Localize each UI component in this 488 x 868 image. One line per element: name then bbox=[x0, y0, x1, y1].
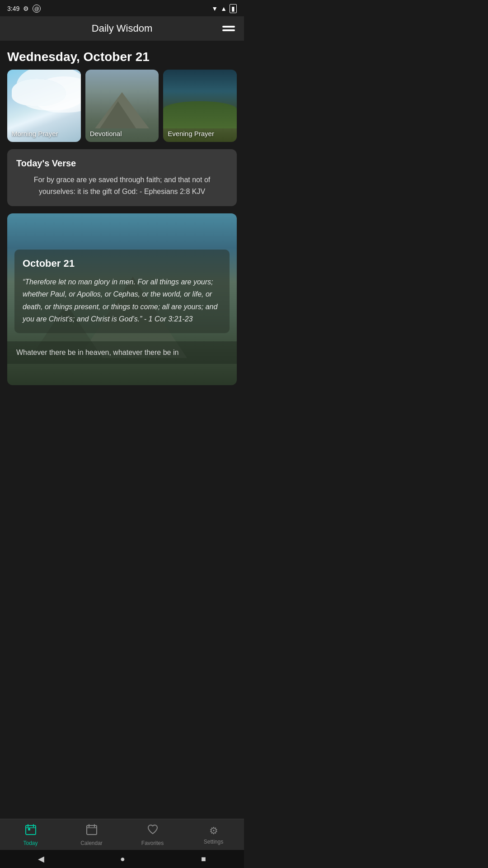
evening-prayer-label: Evening Prayer bbox=[168, 130, 214, 137]
reading-overlay: October 21 “Therefore let no man glory i… bbox=[14, 250, 230, 333]
reading-content: October 21 “Therefore let no man glory i… bbox=[7, 213, 237, 342]
reading-date: October 21 bbox=[23, 258, 221, 269]
battery-icon: ▮ bbox=[230, 4, 237, 13]
status-right: ▼ ▲ ▮ bbox=[211, 4, 237, 13]
app-title: Daily Wisdom bbox=[92, 23, 152, 34]
status-time: 3:49 bbox=[7, 5, 19, 12]
wifi-icon: ▼ bbox=[211, 5, 218, 12]
devotional-label: Devotional bbox=[90, 130, 122, 137]
prayer-cards-row: Morning Prayer Devotional Evening Prayer bbox=[0, 70, 244, 149]
status-bar: 3:49 ⚙ @ ▼ ▲ ▮ bbox=[0, 0, 244, 16]
reading-extra: Whatever there be in heaven, whatever th… bbox=[7, 341, 237, 364]
verse-title: Today's Verse bbox=[16, 158, 228, 169]
signal-icon: ▲ bbox=[221, 5, 227, 12]
status-left: 3:49 ⚙ @ bbox=[7, 5, 41, 13]
verse-text: For by grace are ye saved through faith;… bbox=[16, 174, 228, 197]
morning-prayer-label: Morning Prayer bbox=[12, 130, 58, 137]
reading-card[interactable]: October 21 “Therefore let no man glory i… bbox=[7, 213, 237, 385]
morning-prayer-card[interactable]: Morning Prayer bbox=[7, 70, 81, 142]
devotional-card[interactable]: Devotional bbox=[85, 70, 159, 142]
verse-card[interactable]: Today's Verse For by grace are ye saved … bbox=[7, 149, 237, 206]
menu-line-2 bbox=[222, 29, 235, 31]
evening-prayer-card[interactable]: Evening Prayer bbox=[163, 70, 237, 142]
reading-quote: “Therefore let no man glory in men. For … bbox=[23, 276, 221, 325]
date-header: Wednesday, October 21 bbox=[0, 41, 244, 70]
at-icon: @ bbox=[33, 5, 41, 13]
menu-line-1 bbox=[222, 26, 235, 28]
settings-status-icon: ⚙ bbox=[23, 5, 29, 12]
date-text: Wednesday, October 21 bbox=[7, 50, 150, 64]
top-bar: Daily Wisdom bbox=[0, 16, 244, 41]
menu-button[interactable] bbox=[221, 24, 237, 33]
